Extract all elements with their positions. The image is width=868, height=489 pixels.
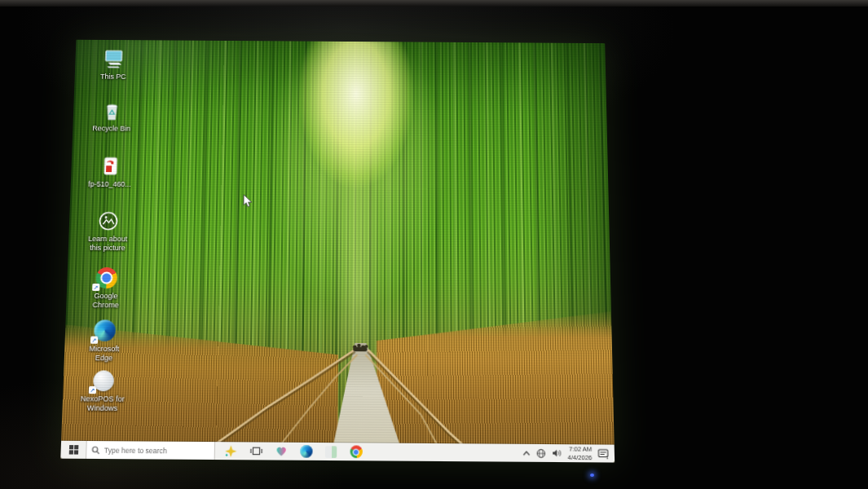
desktop-icon-label: fp-510_460... (88, 180, 131, 189)
desktop-icon-learn-about-this-picture[interactable]: Learn about this picture (75, 209, 142, 252)
desktop-icon-recycle-bin[interactable]: Recycle Bin (79, 99, 144, 134)
monitor-photo: This PC Recycle Bin fp-510_460... (0, 0, 868, 489)
edge-taskbar-icon[interactable] (297, 443, 315, 460)
desktop-icon-google-chrome[interactable]: ↗ Google Chrome (73, 266, 139, 310)
heart-app-icon[interactable] (271, 443, 290, 460)
desktop-icon-label: Learn about this picture (84, 235, 132, 253)
desktop-icon-label: Google Chrome (82, 292, 130, 310)
monitor-power-led (590, 474, 594, 477)
taskbar: 7:02 AM 4/4/2026 1 (60, 441, 615, 463)
monitor-screen: This PC Recycle Bin fp-510_460... (60, 40, 615, 463)
search-icon (91, 446, 100, 454)
desktop-icon-label: NexoPOS for Windows (78, 394, 127, 412)
edge-icon: ↗ (92, 318, 117, 343)
desktop-icon-label: Recycle Bin (92, 125, 130, 134)
arrow-cursor (243, 194, 254, 209)
nexopos-icon: ↗ (90, 368, 116, 393)
shortcut-arrow-badge: ↗ (92, 284, 99, 291)
clock-time: 7:02 AM (567, 445, 592, 453)
fp-510-file-icon (98, 155, 123, 179)
task-view-icon[interactable] (247, 442, 266, 460)
desktop-icon-label: This PC (100, 73, 126, 81)
shortcut-arrow-badge: ↗ (89, 386, 96, 394)
tray-clock[interactable]: 7:02 AM 4/4/2026 (567, 445, 592, 462)
shortcut-arrow-badge: ↗ (90, 337, 98, 344)
desktop-icon-fp-510[interactable]: fp-510_460... (77, 154, 143, 188)
action-center-icon[interactable]: 1 (597, 448, 609, 460)
this-pc-icon (101, 47, 126, 71)
system-tray: 7:02 AM 4/4/2026 1 (522, 444, 615, 463)
hidden-icons-chevron[interactable] (522, 451, 530, 456)
spotlight-picture-icon (96, 209, 121, 233)
chrome-taskbar-icon[interactable] (346, 443, 365, 460)
taskbar-search-box[interactable] (86, 441, 215, 460)
clock-date: 4/4/2026 (567, 453, 592, 461)
pinned-app-icon[interactable] (322, 443, 341, 460)
network-globe-icon[interactable] (535, 448, 545, 459)
svg-text:1: 1 (606, 456, 609, 459)
chrome-icon: ↗ (94, 266, 119, 290)
windows-logo-icon (68, 445, 78, 455)
background-top-band (0, 0, 868, 7)
desktop-icon-nexopos[interactable]: ↗ NexoPOS for Windows (69, 368, 137, 412)
search-highlights-icon[interactable] (222, 442, 240, 460)
desktop-icon-this-pc[interactable]: This PC (81, 47, 146, 81)
search-input[interactable] (104, 446, 209, 455)
desktop-icon-label: Microsoft Edge (80, 345, 128, 363)
speaker-icon[interactable] (552, 448, 562, 458)
desktop-icon-microsoft-edge[interactable]: ↗ Microsoft Edge (71, 318, 139, 363)
start-button[interactable] (60, 441, 86, 459)
recycle-bin-icon (99, 99, 124, 123)
